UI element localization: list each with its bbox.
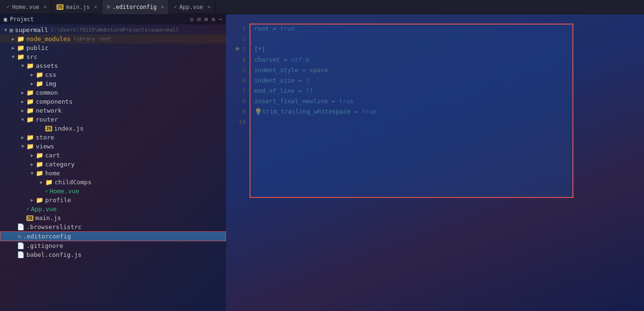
js-file-icon-main: JS <box>26 215 33 221</box>
folder-icon-public: 📁 <box>17 44 24 51</box>
bulb-icon[interactable]: 💡 <box>254 106 262 117</box>
tree-network[interactable]: 📁 network <box>0 106 226 115</box>
label-store: store <box>36 134 54 141</box>
expand-icon[interactable]: ⊞ <box>204 16 208 23</box>
folder-icon-category: 📁 <box>36 161 43 168</box>
code-line-6: indent_size = 2 <box>254 75 635 86</box>
tree-views[interactable]: 📁 views <box>0 142 226 151</box>
tab-close-app-vue[interactable]: ✕ <box>207 4 210 10</box>
arrow-network <box>19 108 26 113</box>
project-header: ▣ Project ◎ ⊟ ⊞ ⚙ ⋯ <box>0 14 226 25</box>
tab-main-js[interactable]: JS main.js ✕ <box>52 0 102 14</box>
label-browserslistrc: .browserslistrc <box>26 223 81 230</box>
vue-file-icon-home: ✓ <box>45 188 48 194</box>
arrow-css <box>28 72 36 77</box>
vue-icon-app: ✓ <box>174 4 177 10</box>
code-val-lf: lf <box>306 86 314 96</box>
collapse-icon[interactable]: ⊟ <box>197 16 201 23</box>
settings-icon[interactable]: ⚙ <box>212 16 215 23</box>
tab-home-vue[interactable]: ✓ Home.vue ✕ <box>2 0 52 14</box>
main-content: ▣ Project ◎ ⊟ ⊞ ⚙ ⋯ ▣ supermall C:\Users… <box>0 14 644 311</box>
line-num-5: 5 <box>226 65 246 75</box>
project-actions: ◎ ⊟ ⊞ ⚙ ⋯ <box>190 16 222 23</box>
tree-babel-config[interactable]: 📄 babel.config.js <box>0 250 226 259</box>
tab-editorconfig[interactable]: ⚙ .editorconfig ✕ <box>102 0 169 14</box>
locate-icon[interactable]: ◎ <box>190 16 193 23</box>
label-router: router <box>36 116 58 123</box>
vue-file-icon-app: ✓ <box>26 206 30 212</box>
tree-common[interactable]: 📁 common <box>0 88 226 97</box>
tree-cart[interactable]: 📁 cart <box>0 151 226 160</box>
code-line-8: insert_final_newline = true <box>254 96 635 106</box>
line-num-10: 10 <box>226 117 246 127</box>
line-num-7: 7 <box>226 86 246 96</box>
tree-main-js[interactable]: JS main.js <box>0 213 226 222</box>
tree-components[interactable]: 📁 components <box>0 97 226 106</box>
folder-icon-router: 📁 <box>26 116 34 123</box>
label-home: home <box>45 170 60 177</box>
code-key-indent-style: indent_style <box>254 65 298 75</box>
arrow-home <box>28 171 36 176</box>
code-key-trim: trim_trailing_whitespace <box>262 106 351 117</box>
label-editorconfig: .editorconfig <box>23 233 71 240</box>
code-line-5: indent_style = space <box>254 65 635 75</box>
tree-home[interactable]: 📁 home <box>0 169 226 178</box>
tab-close-main-js[interactable]: ✕ <box>94 4 97 10</box>
tree-assets[interactable]: 📁 assets <box>0 61 226 70</box>
tree-img[interactable]: 📁 img <box>0 79 226 88</box>
root-folder-icon: ▣ <box>9 26 13 33</box>
tree-src[interactable]: 📁 src <box>0 52 226 61</box>
code-editor[interactable]: root = true [*] charset = utf-8 <box>250 14 644 311</box>
label-views: views <box>36 143 54 150</box>
label-cart: cart <box>45 152 60 159</box>
line-numbers: 1 2 👁3 4 5 6 7 8 9 10 <box>226 14 250 311</box>
tree-node-modules[interactable]: 📁 node_modules library root <box>0 34 226 43</box>
code-bracket: [*] <box>254 44 265 55</box>
label-css: css <box>45 71 56 78</box>
code-eq-5: = <box>298 65 309 75</box>
tree-css[interactable]: 📁 css <box>0 70 226 79</box>
label-babel-config: babel.config.js <box>26 251 81 258</box>
sidebar: ▣ Project ◎ ⊟ ⊞ ⚙ ⋯ ▣ supermall C:\Users… <box>0 14 226 311</box>
arrow-store <box>19 135 26 140</box>
line-num-2: 2 <box>226 34 246 44</box>
tree-arrow-root <box>2 27 9 33</box>
tree-editorconfig[interactable]: ⚙ .editorconfig <box>0 231 226 241</box>
more-icon[interactable]: ⋯ <box>219 16 222 23</box>
tree-store[interactable]: 📁 store <box>0 133 226 142</box>
tree-childcomps[interactable]: 📁 childComps <box>0 178 226 187</box>
tab-close-home-vue[interactable]: ✕ <box>43 4 47 10</box>
line-num-6: 6 <box>226 75 246 86</box>
tree-gitignore[interactable]: 📄 .gitignore <box>0 241 226 250</box>
code-eq-4: = <box>280 55 291 65</box>
vue-icon: ✓ <box>7 4 10 10</box>
arrow-components <box>19 99 26 104</box>
arrow-cart <box>28 153 36 158</box>
tree-router[interactable]: 📁 router <box>0 115 226 124</box>
tree-router-index[interactable]: JS index.js <box>0 124 226 133</box>
code-val-space: space <box>309 65 328 75</box>
tree-root[interactable]: ▣ supermall C:\Users\78235\WebstormProje… <box>0 25 226 34</box>
tree-app-vue[interactable]: ✓ App.vue <box>0 205 226 213</box>
file-icon-gitignore: 📄 <box>17 242 24 249</box>
arrow-common <box>19 90 26 95</box>
label-childcomps: childComps <box>55 179 91 186</box>
label-public: public <box>26 44 48 51</box>
tab-close-editorconfig[interactable]: ✕ <box>161 4 164 10</box>
folder-icon-css: 📁 <box>36 71 43 78</box>
sublabel-node-modules: library root <box>73 36 111 42</box>
code-line-1: root = true <box>254 24 635 34</box>
code-val-true-9: true <box>362 106 376 117</box>
label-node-modules: node_modules <box>26 35 71 42</box>
tree-browserslistrc[interactable]: 📄 .browserslistrc <box>0 222 226 231</box>
arrow-img <box>28 81 36 86</box>
label-profile: profile <box>45 196 71 204</box>
tree-profile[interactable]: 📁 profile <box>0 196 226 205</box>
eye-icon[interactable]: 👁 <box>235 44 240 55</box>
project-label: Project <box>10 16 34 23</box>
tree-category[interactable]: 📁 category <box>0 160 226 169</box>
tab-app-vue[interactable]: ✓ App.vue ✕ <box>169 0 216 14</box>
arrow-category <box>28 162 36 167</box>
tree-public[interactable]: 📁 public <box>0 43 226 52</box>
tree-home-vue[interactable]: ✓ Home.vue <box>0 187 226 196</box>
